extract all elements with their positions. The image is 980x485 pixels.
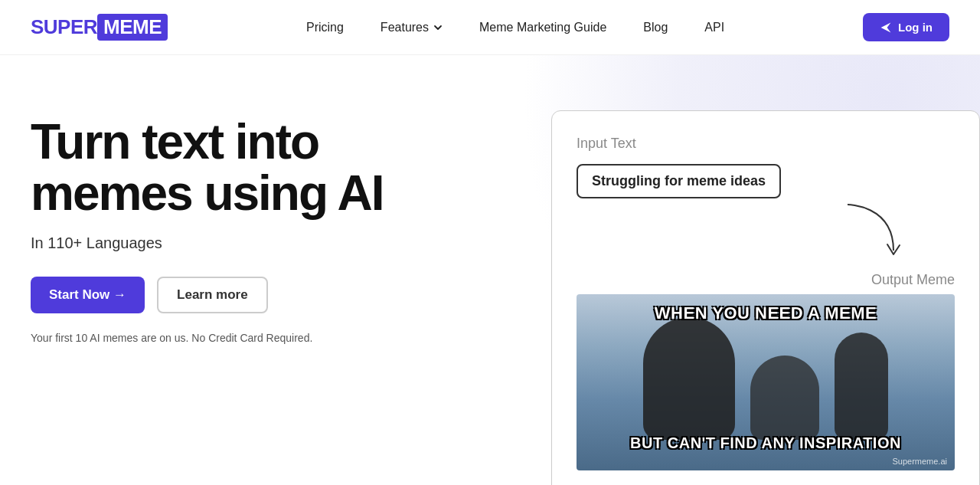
hero-title: Turn text into memes using AI bbox=[31, 116, 413, 219]
cta-buttons: Start Now → Learn more bbox=[31, 277, 413, 313]
disclaimer-text: Your first 10 AI memes are on us. No Cre… bbox=[31, 332, 413, 344]
learn-more-button[interactable]: Learn more bbox=[157, 277, 268, 313]
figure-right bbox=[835, 333, 888, 440]
meme-frame: WHEN YOU NEED A MEME BUT CAN'T FIND ANY … bbox=[577, 294, 955, 470]
hero-section: Turn text into memes using AI In 110+ La… bbox=[31, 101, 413, 344]
nav-guide[interactable]: Meme Marketing Guide bbox=[479, 21, 606, 34]
meme-figures bbox=[577, 317, 955, 440]
main-content: Turn text into memes using AI In 110+ La… bbox=[0, 55, 980, 485]
start-now-button[interactable]: Start Now → bbox=[31, 277, 145, 313]
meme-top-text: WHEN YOU NEED A MEME bbox=[577, 303, 955, 323]
input-value: Struggling for meme ideas bbox=[577, 164, 781, 198]
figure-mid bbox=[750, 356, 819, 440]
nav-blog[interactable]: Blog bbox=[643, 21, 668, 34]
hero-subtitle: In 110+ Languages bbox=[31, 234, 413, 252]
send-icon bbox=[880, 21, 892, 34]
logo[interactable]: SUPER MEME bbox=[31, 14, 168, 41]
login-button[interactable]: Log in bbox=[863, 13, 949, 41]
logo-meme: MEME bbox=[97, 14, 168, 41]
main-nav: Pricing Features Meme Marketing Guide Bl… bbox=[306, 21, 724, 34]
chevron-down-icon bbox=[433, 23, 443, 32]
demo-card: Input Text Struggling for meme ideas Out… bbox=[551, 110, 980, 485]
input-label: Input Text bbox=[577, 136, 955, 152]
nav-features[interactable]: Features bbox=[381, 21, 443, 34]
meme-watermark: Supermeme.ai bbox=[892, 457, 947, 466]
nav-pricing[interactable]: Pricing bbox=[306, 21, 344, 34]
arrow-icon bbox=[832, 197, 909, 266]
arrow-container bbox=[577, 205, 955, 266]
nav-api[interactable]: API bbox=[704, 21, 724, 34]
logo-super: SUPER bbox=[31, 15, 97, 39]
figure-left bbox=[643, 317, 735, 440]
meme-bottom-text: BUT CAN'T FIND ANY INSPIRATION bbox=[577, 434, 955, 452]
output-label: Output Meme bbox=[577, 272, 955, 288]
header: SUPER MEME Pricing Features Meme Marketi… bbox=[0, 0, 980, 55]
